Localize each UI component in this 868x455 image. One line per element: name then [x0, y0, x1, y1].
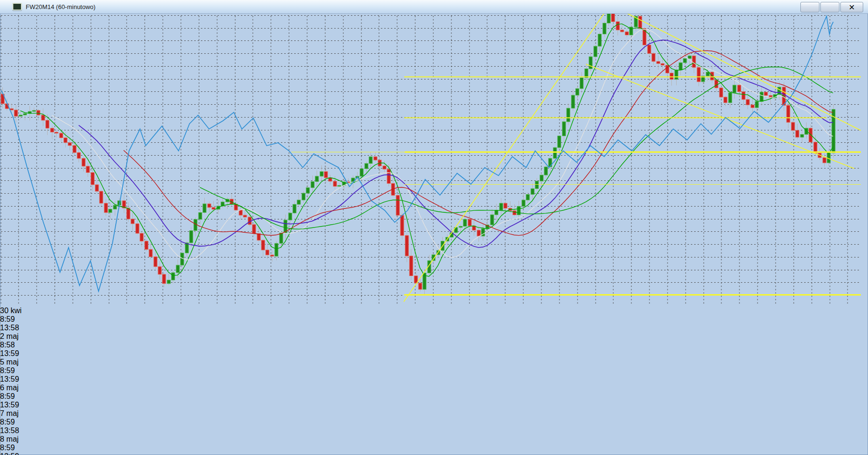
time-label: 8:59 [0, 366, 868, 375]
time-label: 13:58 [0, 426, 868, 435]
time-label: 8:59 [0, 315, 868, 324]
minimize-button[interactable] [800, 2, 819, 12]
date-label: 7 maj [0, 409, 868, 418]
time-label: 13:59 [0, 349, 868, 358]
time-label: 13:58 [0, 324, 868, 332]
close-button[interactable]: ✕ [840, 2, 863, 12]
time-label: 8:59 [0, 418, 868, 426]
chart-content: 30 kwi8:5913:582 maj8:5813:595 maj8:5913… [0, 0, 868, 455]
chart-app-icon [12, 3, 22, 10]
date-label: 6 maj [0, 384, 868, 392]
main-price-chart[interactable] [0, 0, 862, 305]
restore-button[interactable] [820, 2, 839, 12]
time-label: 13:59 [0, 452, 868, 455]
chart-window: FW20M14 (60-minutowo) ✕ 30 kwi8:5913:582… [0, 0, 868, 455]
date-label: 30 kwi [0, 307, 868, 315]
close-icon: ✕ [848, 3, 855, 12]
time-axis[interactable]: 30 kwi8:5913:582 maj8:5813:595 maj8:5913… [0, 307, 868, 455]
date-label: 5 maj [0, 358, 868, 366]
time-label: 8:59 [0, 444, 868, 452]
time-label: 8:58 [0, 341, 868, 349]
time-label: 8:59 [0, 392, 868, 401]
window-titlebar[interactable]: FW20M14 (60-minutowo) ✕ [0, 0, 868, 14]
date-label: 2 maj [0, 332, 868, 341]
window-title: FW20M14 (60-minutowo) [26, 3, 96, 10]
time-label: 13:59 [0, 375, 868, 384]
time-label: 13:59 [0, 401, 868, 409]
date-label: 8 maj [0, 435, 868, 444]
window-controls: ✕ [800, 2, 863, 12]
